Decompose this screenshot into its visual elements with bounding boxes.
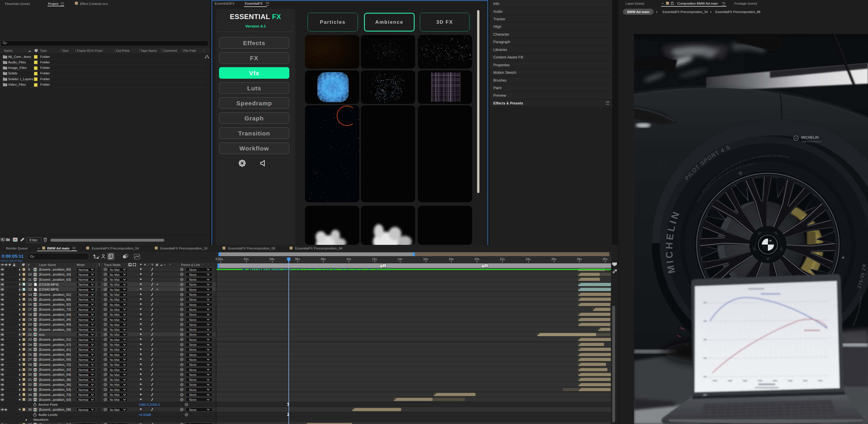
svg-text:B M W: B M W — [764, 240, 772, 242]
svg-text:MICHELIN: MICHELIN — [801, 135, 818, 140]
svg-text:Total Performance: Total Performance — [801, 140, 821, 143]
